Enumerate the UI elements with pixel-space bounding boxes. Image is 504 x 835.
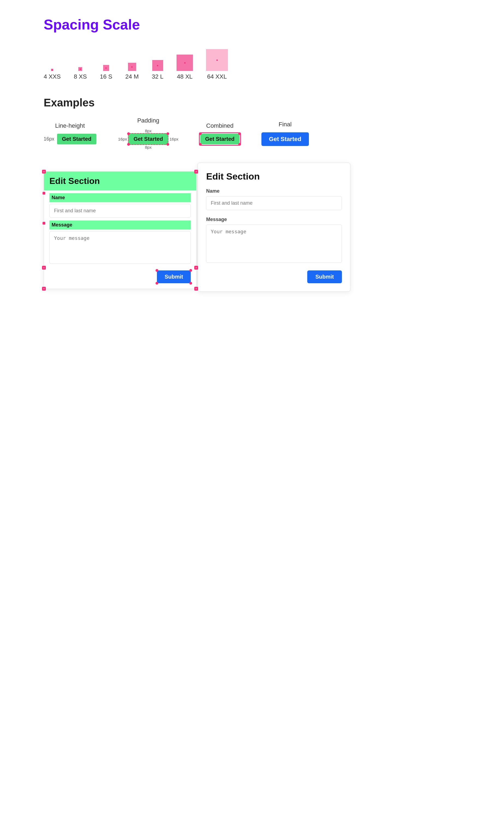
- handle-tl[interactable]: «: [42, 170, 46, 174]
- scale-dot: [131, 66, 133, 68]
- annotated-message-textarea[interactable]: [49, 231, 191, 264]
- handle-br[interactable]: »: [194, 287, 198, 291]
- get-started-combined-label: Get Started: [205, 136, 235, 142]
- examples-title: Examples: [44, 97, 460, 109]
- footer-handle-tl[interactable]: «: [42, 266, 46, 270]
- example-col-padding: Padding 8px 16px Get Started 16px 8px: [118, 117, 179, 149]
- annotated-name-field: Name: [44, 190, 196, 221]
- combined-corner-tr: [238, 133, 241, 135]
- scale-box-xl: [177, 55, 193, 71]
- pad-left-annotation: 16px: [118, 137, 127, 141]
- annotated-form-title: Edit Section: [49, 176, 191, 186]
- annotated-form-footer: « » Submit: [44, 268, 196, 289]
- scale-label-xl: 48 XL: [177, 73, 193, 80]
- scale-dot: [157, 65, 158, 66]
- clean-message-textarea[interactable]: [206, 225, 342, 263]
- annotated-name-input[interactable]: [49, 204, 191, 218]
- clean-name-label: Name: [206, 188, 342, 194]
- footer-handle-tr[interactable]: »: [194, 266, 198, 270]
- scale-item-xs: 8 XS: [74, 67, 87, 80]
- scale-dot: [105, 67, 107, 69]
- corner-handle-br: [166, 143, 169, 146]
- scale-item-m: 24 M: [125, 63, 139, 80]
- get-started-padding-button[interactable]: Get Started: [128, 133, 168, 145]
- submit-corner-br: [189, 282, 192, 285]
- combined-corner-tl: [199, 133, 202, 135]
- row-handle-message: [43, 222, 45, 225]
- scale-item-xxs: 4 XXS: [44, 69, 61, 80]
- lineheight-example: 16px Get Started: [44, 134, 96, 144]
- annotated-submit-label: Submit: [164, 274, 183, 280]
- get-started-final-button[interactable]: Get Started: [261, 133, 309, 146]
- clean-name-input[interactable]: [206, 196, 342, 210]
- combined-corner-bl: [199, 143, 202, 146]
- example-col-lineheight: Line-height 16px Get Started: [44, 122, 96, 144]
- page-title: Spacing Scale: [44, 16, 460, 33]
- corner-handle-bl: [127, 143, 130, 146]
- pad-inner: 16px Get Started 16px: [118, 133, 179, 145]
- padding-label: Padding: [137, 117, 159, 124]
- clean-form-title: Edit Section: [206, 171, 342, 182]
- annotated-message-field: Message: [44, 221, 196, 268]
- annotated-submit-button[interactable]: Submit: [157, 270, 191, 283]
- row-handle-name: [43, 192, 45, 195]
- corner-handle-tr: [166, 133, 169, 135]
- padding-example: 8px 16px Get Started 16px 8px: [118, 128, 179, 149]
- clean-name-field: Name: [206, 188, 342, 210]
- scale-box-l: [152, 60, 163, 71]
- scale-label-xxs: 4 XXS: [44, 73, 61, 80]
- annotated-form-wrapper: « » « » Edit Section Name Message « »: [44, 171, 197, 289]
- handle-tr[interactable]: »: [194, 170, 198, 174]
- scale-dot: [80, 68, 81, 70]
- scale-box-xs: [78, 67, 82, 71]
- get-started-lineheight-button[interactable]: Get Started: [57, 134, 96, 144]
- clean-message-label: Message: [206, 217, 342, 222]
- scale-dot: [52, 69, 53, 71]
- combined-corner-br: [238, 143, 241, 146]
- scale-label-l: 32 L: [152, 73, 163, 80]
- lineheight-label: Line-height: [55, 122, 85, 129]
- clean-message-field: Message: [206, 217, 342, 264]
- pad-bottom-annotation: 8px: [145, 145, 152, 149]
- scale-box-s: [103, 65, 109, 71]
- corner-handle-tl: [127, 133, 130, 135]
- scale-box-xxl: [206, 49, 228, 71]
- pad-top-annotation: 8px: [145, 128, 152, 133]
- scale-item-xxl: 64 XXL: [206, 49, 228, 80]
- submit-corner-bl: [156, 282, 158, 285]
- get-started-padding-label: Get Started: [134, 136, 163, 142]
- scale-label-m: 24 M: [125, 73, 139, 80]
- clean-form: Edit Section Name Message Submit: [198, 163, 350, 292]
- final-label: Final: [279, 121, 292, 128]
- pad-right-annotation: 16px: [169, 137, 179, 141]
- clean-form-wrapper: Edit Section Name Message Submit: [198, 163, 350, 292]
- spacing-scale-row: 4 XXS 8 XS 16 S 24 M 32 L 48 XL: [44, 49, 460, 80]
- examples-section: Examples Line-height 16px Get Started Pa…: [44, 97, 460, 149]
- clean-form-footer: Submit: [206, 270, 342, 283]
- get-started-combined-button[interactable]: Get Started: [200, 134, 240, 144]
- handle-bl[interactable]: «: [42, 287, 46, 291]
- scale-item-s: 16 S: [100, 65, 112, 80]
- scale-dot: [216, 60, 218, 61]
- example-col-combined: Combined Get Started: [200, 122, 240, 144]
- annotated-message-label: Message: [49, 221, 191, 229]
- scale-label-xxl: 64 XXL: [207, 73, 227, 80]
- combined-label: Combined: [206, 122, 234, 129]
- submit-corner-tr: [189, 269, 192, 272]
- scale-dot: [184, 62, 185, 64]
- scale-item-l: 32 L: [152, 60, 163, 80]
- scale-box-m: [128, 63, 136, 71]
- clean-submit-button[interactable]: Submit: [307, 270, 342, 283]
- scale-label-xs: 8 XS: [74, 73, 87, 80]
- scale-label-s: 16 S: [100, 73, 112, 80]
- annotated-form: « » « » Edit Section Name Message « »: [44, 171, 197, 289]
- scale-box-xxs: [51, 69, 53, 71]
- scale-item-xl: 48 XL: [177, 55, 193, 80]
- submit-corner-tl: [156, 269, 158, 272]
- lh-px-label: 16px: [44, 136, 54, 142]
- annotated-name-label: Name: [49, 193, 191, 202]
- example-col-final: Final Get Started: [261, 121, 309, 146]
- annotated-form-header: Edit Section: [44, 171, 196, 190]
- examples-row: Line-height 16px Get Started Padding 8px…: [44, 117, 460, 149]
